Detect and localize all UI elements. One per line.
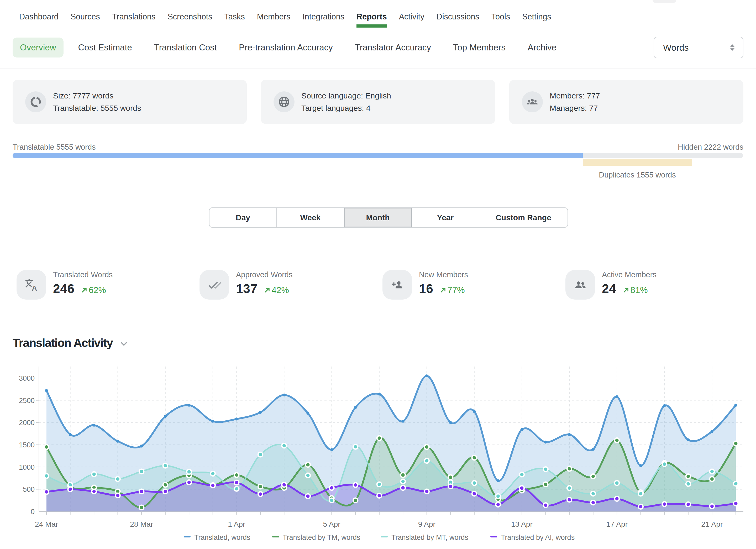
svg-text:1000: 1000 xyxy=(19,463,35,471)
svg-text:3000: 3000 xyxy=(19,374,35,382)
svg-text:Translated by TM, words: Translated by TM, words xyxy=(283,534,360,541)
svg-text:17 Apr: 17 Apr xyxy=(606,520,628,528)
svg-text:Translated, words: Translated, words xyxy=(194,534,250,541)
svg-text:2000: 2000 xyxy=(19,419,35,427)
svg-text:2500: 2500 xyxy=(19,397,35,405)
svg-text:5 Apr: 5 Apr xyxy=(323,520,340,528)
svg-text:500: 500 xyxy=(23,485,35,493)
svg-text:1500: 1500 xyxy=(19,441,35,449)
svg-text:28 Mar: 28 Mar xyxy=(130,520,153,528)
svg-text:21 Apr: 21 Apr xyxy=(701,520,723,528)
svg-text:0: 0 xyxy=(31,508,35,516)
svg-text:Translated by MT, words: Translated by MT, words xyxy=(391,534,468,541)
svg-text:Translated by AI, words: Translated by AI, words xyxy=(501,534,575,541)
svg-text:13 Apr: 13 Apr xyxy=(511,520,533,528)
svg-text:1 Apr: 1 Apr xyxy=(228,520,245,528)
svg-text:24 Mar: 24 Mar xyxy=(35,520,58,528)
svg-text:9 Apr: 9 Apr xyxy=(418,520,435,528)
